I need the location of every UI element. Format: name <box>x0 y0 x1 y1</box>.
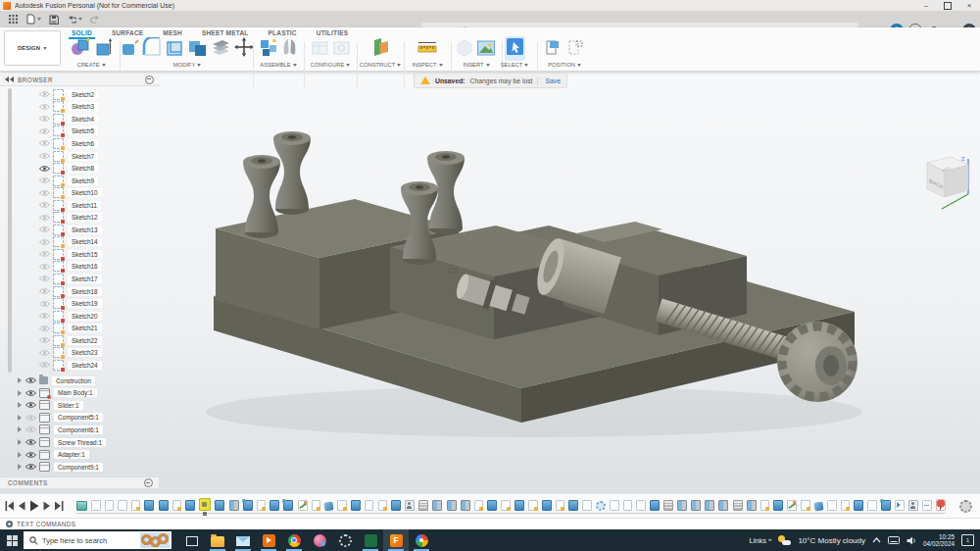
timeline-feature-icon[interactable] <box>787 500 797 511</box>
browser-sketch-row[interactable]: Sketch8 <box>39 162 102 175</box>
timeline-feature-icon[interactable] <box>432 500 442 511</box>
visibility-eye-icon[interactable] <box>39 312 50 320</box>
clock-widget[interactable]: 10:25 04/02/2024 <box>923 533 955 548</box>
browser-component-row[interactable]: Slider:1 <box>18 399 106 412</box>
browser-sketch-row[interactable]: Sketch15 <box>39 248 102 261</box>
sketch-label[interactable]: Sketch4 <box>68 115 98 124</box>
select-menu-button[interactable]: SELECT <box>496 62 533 68</box>
visibility-eye-icon[interactable] <box>25 426 36 433</box>
browser-sketch-row[interactable]: Sketch7 <box>39 150 102 163</box>
position-menu-button[interactable]: POSITION <box>541 62 588 68</box>
component-label[interactable]: Screw Thread:1 <box>54 438 106 447</box>
timeline-feature-icon[interactable] <box>461 500 470 511</box>
timeline-feature-icon[interactable] <box>118 500 127 511</box>
sketch-label[interactable]: Sketch5 <box>68 126 98 135</box>
taskbar-app-button[interactable] <box>205 529 230 551</box>
timeline-feature-icon[interactable] <box>283 500 293 511</box>
sketch-label[interactable]: Sketch18 <box>68 287 102 296</box>
assemble-menu-button[interactable]: ASSEMBLE <box>257 62 300 68</box>
timeline-feature-icon[interactable] <box>528 500 538 511</box>
timeline-feature-icon[interactable] <box>199 498 211 511</box>
browser-sketch-row[interactable]: Sketch20 <box>39 310 102 323</box>
step-back-button[interactable] <box>18 501 25 511</box>
new-body-icon[interactable] <box>70 36 91 61</box>
taskbar-app-button[interactable] <box>281 529 307 551</box>
sketch-label[interactable]: Sketch13 <box>68 225 102 234</box>
canvas-image-icon[interactable] <box>476 39 496 61</box>
timeline-feature-icon[interactable] <box>801 500 810 511</box>
save-link[interactable]: Save <box>537 77 561 84</box>
configuration-icon[interactable] <box>332 39 351 61</box>
sketch-label[interactable]: Sketch16 <box>68 262 102 271</box>
timeline-feature-icon[interactable] <box>663 500 673 511</box>
weather-widget[interactable]: 10°C Mostly cloudy <box>798 536 865 545</box>
save-button[interactable] <box>46 13 62 25</box>
visibility-eye-icon[interactable] <box>39 275 50 282</box>
browser-sketch-row[interactable]: Sketch3 <box>39 101 102 114</box>
browser-component-row[interactable]: Construction <box>18 375 106 387</box>
expand-caret-icon[interactable] <box>18 390 22 396</box>
collapse-panel-icon[interactable] <box>5 76 14 82</box>
browser-component-row[interactable]: Component6:1 <box>18 424 106 436</box>
start-button[interactable] <box>0 529 24 551</box>
visibility-eye-icon[interactable] <box>39 214 50 222</box>
sketch-label[interactable]: Sketch24 <box>68 361 102 370</box>
timeline-feature-icon[interactable] <box>841 500 851 511</box>
configure-menu-button[interactable]: CONFIGURE <box>308 62 353 68</box>
browser-scrollbar[interactable] <box>8 88 12 373</box>
sketch-label[interactable]: Sketch3 <box>68 102 98 111</box>
timeline-feature-icon[interactable] <box>474 500 484 511</box>
browser-sketch-row[interactable]: Sketch23 <box>39 346 102 359</box>
timeline-feature-icon[interactable] <box>91 500 101 511</box>
browser-sketch-row[interactable]: Sketch24 <box>39 359 102 372</box>
visibility-eye-icon[interactable] <box>25 414 36 422</box>
sketch-label[interactable]: Sketch6 <box>68 139 98 148</box>
browser-sketch-row[interactable]: Sketch18 <box>39 285 102 298</box>
sketch-label[interactable]: Sketch10 <box>68 188 102 197</box>
combine-icon[interactable] <box>187 37 208 61</box>
go-to-end-button[interactable] <box>55 501 64 511</box>
timeline-feature-icon[interactable] <box>705 500 714 511</box>
capture-position-icon[interactable] <box>545 38 564 61</box>
sketch-label[interactable]: Sketch2 <box>68 90 98 99</box>
timeline-feature-icon[interactable] <box>568 500 578 511</box>
sketch-label[interactable]: Sketch17 <box>68 275 102 283</box>
browser-component-row[interactable]: Adapter:1 <box>18 448 106 461</box>
visibility-eye-icon[interactable] <box>39 325 50 332</box>
timeline-feature-icon[interactable] <box>610 500 619 511</box>
visibility-eye-icon[interactable] <box>39 189 50 197</box>
browser-sketch-row[interactable]: Sketch6 <box>39 137 102 150</box>
visibility-eye-icon[interactable] <box>39 152 50 160</box>
timeline-feature-icon[interactable] <box>172 500 182 511</box>
expand-caret-icon[interactable] <box>18 415 22 421</box>
timeline-feature-icon[interactable] <box>324 501 334 511</box>
timeline-feature-icon[interactable] <box>418 500 428 511</box>
browser-sketch-row[interactable]: Sketch22 <box>39 334 102 347</box>
play-button[interactable] <box>29 500 39 512</box>
browser-sketch-row[interactable]: Sketch19 <box>39 297 102 310</box>
timeline-feature-icon[interactable] <box>650 500 660 511</box>
go-to-start-button[interactable] <box>5 501 14 511</box>
browser-sketch-row[interactable]: Sketch17 <box>39 273 102 285</box>
browser-sketch-row[interactable]: Sketch13 <box>39 224 102 236</box>
visibility-eye-icon[interactable] <box>39 176 50 184</box>
redo-button[interactable] <box>87 13 103 25</box>
timeline-feature-icon[interactable] <box>298 500 308 511</box>
visibility-eye-icon[interactable] <box>25 438 36 446</box>
timeline-feature-icon[interactable] <box>827 500 837 511</box>
browser-sketch-row[interactable]: Sketch21 <box>39 322 102 334</box>
visibility-eye-icon[interactable] <box>25 401 36 409</box>
taskbar-app-button[interactable] <box>358 529 383 551</box>
app-grid-icon[interactable] <box>5 13 21 25</box>
sketch-label[interactable]: Sketch12 <box>68 213 102 222</box>
timeline-feature-icon[interactable] <box>718 500 728 511</box>
taskbar-app-button[interactable]: F <box>383 529 409 551</box>
insert-mesh-icon[interactable] <box>457 38 473 61</box>
component-label[interactable]: Adapter:1 <box>54 450 89 459</box>
revert-position-icon[interactable] <box>567 38 585 61</box>
text-commands-bar[interactable]: TEXT COMMANDS <box>0 518 980 529</box>
configure-table-icon[interactable] <box>311 39 329 61</box>
comments-options-icon[interactable] <box>144 478 153 487</box>
inspect-menu-button[interactable]: INSPECT <box>408 62 447 68</box>
modify-menu-button[interactable]: MODIFY <box>123 62 251 68</box>
